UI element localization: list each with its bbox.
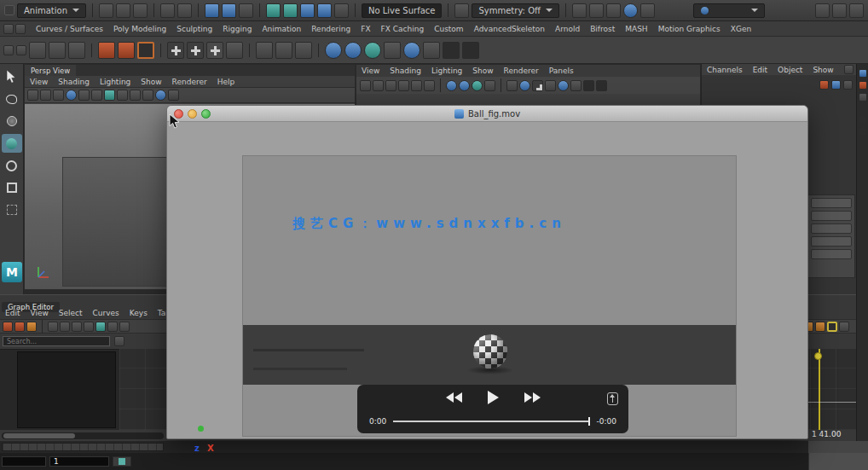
undo-icon[interactable] bbox=[160, 3, 175, 18]
menu-view[interactable]: View bbox=[25, 309, 53, 317]
graph-editor-outliner[interactable] bbox=[0, 349, 119, 430]
viewport-toolbar-icon[interactable] bbox=[142, 90, 153, 101]
menu-keys[interactable]: Keys bbox=[124, 309, 153, 317]
menuset-selector[interactable]: Animation bbox=[17, 3, 86, 18]
graph-toolbar-icon[interactable] bbox=[84, 322, 94, 332]
shelf-item[interactable] bbox=[68, 42, 85, 59]
maya-logo[interactable]: M bbox=[2, 262, 22, 282]
viewport-toolbar-icon[interactable] bbox=[78, 90, 90, 101]
shelf-tab-rendering[interactable]: Rendering bbox=[306, 25, 356, 33]
menu-renderer[interactable]: Renderer bbox=[167, 78, 212, 86]
graph-toolbar-icon[interactable] bbox=[72, 322, 82, 332]
shelf-tab-sculpting[interactable]: Sculpting bbox=[171, 25, 217, 33]
symmetry-selector[interactable]: Symmetry: Off bbox=[472, 3, 558, 18]
channel-field[interactable] bbox=[811, 223, 852, 234]
shelf-item[interactable] bbox=[137, 42, 154, 59]
viewport-toolbar-icon[interactable] bbox=[27, 90, 38, 101]
viewport-toolbar-icon[interactable] bbox=[424, 80, 435, 91]
viewport-toolbar-icon[interactable] bbox=[472, 80, 483, 91]
select-tool[interactable] bbox=[2, 67, 22, 86]
viewport-toolbar-icon[interactable] bbox=[570, 80, 582, 91]
menu-panels[interactable]: Panels bbox=[544, 67, 579, 75]
viewport-toolbar-icon[interactable] bbox=[506, 80, 518, 91]
shelf-item[interactable] bbox=[443, 42, 460, 59]
viewport-toolbar-icon[interactable] bbox=[373, 80, 384, 91]
viewport-toolbar-icon[interactable] bbox=[91, 90, 102, 101]
workspace-selector[interactable] bbox=[693, 3, 765, 18]
snap-to-grid-icon[interactable] bbox=[266, 3, 281, 18]
rotate-tool[interactable] bbox=[2, 156, 22, 175]
zoom-button[interactable] bbox=[201, 109, 211, 119]
fast-forward-button[interactable] bbox=[524, 392, 541, 403]
open-scene-icon[interactable] bbox=[116, 3, 130, 18]
viewport-toolbar-icon[interactable] bbox=[104, 90, 115, 101]
menu-help[interactable]: Help bbox=[212, 78, 240, 86]
outliner-list[interactable] bbox=[17, 351, 116, 428]
shelf-item[interactable] bbox=[462, 42, 479, 59]
menu-show[interactable]: Show bbox=[467, 67, 498, 75]
graph-editor-search-input[interactable] bbox=[3, 336, 110, 346]
shelf-item[interactable] bbox=[29, 42, 46, 59]
live-surface-field[interactable]: No Live Surface bbox=[362, 3, 442, 18]
input-connections-icon[interactable] bbox=[454, 3, 469, 18]
scale-tool[interactable] bbox=[2, 178, 22, 197]
render-current-frame-icon[interactable] bbox=[589, 3, 604, 18]
shelf-item[interactable] bbox=[295, 42, 312, 59]
render-settings-icon[interactable] bbox=[623, 3, 638, 18]
select-by-object-icon[interactable] bbox=[222, 3, 236, 18]
graph-toolbar-icon[interactable] bbox=[95, 322, 106, 332]
channel-options-icon[interactable] bbox=[843, 80, 853, 90]
menu-edit[interactable]: Edit bbox=[0, 309, 25, 317]
shelf-collapse-icon[interactable] bbox=[3, 24, 14, 34]
viewport-toolbar-icon[interactable] bbox=[66, 90, 77, 101]
graph-toolbar-icon[interactable] bbox=[815, 322, 825, 332]
menu-view[interactable]: View bbox=[356, 67, 385, 75]
snap-to-plane-icon[interactable] bbox=[317, 3, 332, 18]
shelf-tab-animation[interactable]: Animation bbox=[257, 25, 306, 33]
menu-channels[interactable]: Channels bbox=[702, 66, 748, 74]
snap-to-point-icon[interactable] bbox=[300, 3, 315, 18]
toggle-channel-box-icon[interactable] bbox=[815, 3, 830, 18]
render-view-icon[interactable] bbox=[572, 3, 587, 18]
menu-select[interactable]: Select bbox=[54, 309, 88, 317]
current-frame-field[interactable]: 1 bbox=[49, 456, 109, 467]
make-live-icon[interactable] bbox=[334, 3, 349, 18]
shelf-item[interactable] bbox=[344, 42, 362, 59]
shelf-item[interactable] bbox=[275, 42, 292, 59]
channel-box-tab-icon[interactable] bbox=[859, 93, 867, 102]
share-button[interactable] bbox=[607, 392, 618, 405]
time-slider-ticks[interactable] bbox=[2, 443, 164, 451]
search-filter-icon[interactable] bbox=[114, 336, 124, 346]
rewind-button[interactable] bbox=[446, 392, 462, 403]
shelf-tab-bifrost[interactable]: Bifrost bbox=[585, 25, 620, 33]
range-handle[interactable] bbox=[119, 458, 125, 465]
viewport-toolbar-icon[interactable] bbox=[155, 90, 166, 101]
channel-field[interactable] bbox=[811, 249, 852, 259]
video-area[interactable]: 搜艺CG：www.sdnxxfb.cn 0:00 bbox=[242, 155, 737, 437]
graph-toolbar-icon[interactable] bbox=[827, 322, 837, 332]
viewport-toolbar-icon[interactable] bbox=[168, 90, 179, 101]
graph-toolbar-icon[interactable] bbox=[26, 322, 37, 332]
shelf-tab-mash[interactable]: MASH bbox=[620, 25, 652, 33]
play-button[interactable] bbox=[488, 391, 499, 404]
graph-toolbar-icon[interactable] bbox=[107, 322, 118, 332]
progress-track[interactable] bbox=[393, 421, 589, 422]
lasso-tool[interactable] bbox=[2, 90, 22, 108]
ipr-render-icon[interactable] bbox=[606, 3, 621, 18]
shelf-item[interactable] bbox=[423, 42, 440, 59]
shelf-tab-rigging[interactable]: Rigging bbox=[217, 25, 257, 33]
graph-toolbar-icon[interactable] bbox=[48, 322, 58, 332]
viewport-toolbar-icon[interactable] bbox=[130, 90, 141, 101]
time-slider-right-block[interactable] bbox=[808, 441, 868, 453]
channel-field[interactable] bbox=[811, 236, 852, 247]
shelf-item[interactable] bbox=[256, 42, 273, 59]
menu-curves[interactable]: Curves bbox=[88, 309, 124, 317]
viewport-toolbar-icon[interactable] bbox=[117, 90, 128, 101]
shelf-tab-curves-surfaces[interactable]: Curves / Surfaces bbox=[31, 25, 108, 33]
shelf-row-menu-icon[interactable] bbox=[16, 45, 26, 55]
time-slider[interactable] bbox=[0, 441, 868, 453]
graph-toolbar-icon[interactable] bbox=[60, 322, 70, 332]
viewport-toolbar-icon[interactable] bbox=[484, 80, 495, 91]
status-line-collapse-icon[interactable] bbox=[4, 5, 14, 15]
viewport-toolbar-icon[interactable] bbox=[446, 80, 457, 91]
